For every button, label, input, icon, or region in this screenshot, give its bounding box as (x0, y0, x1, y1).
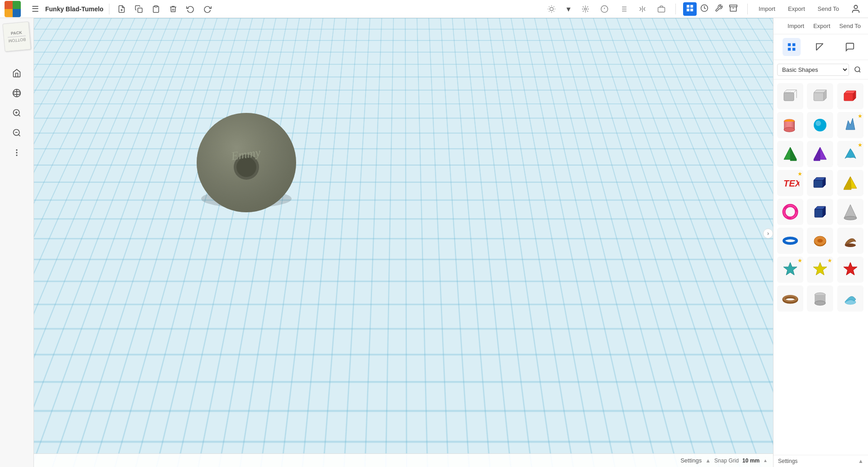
measure-btn[interactable] (598, 3, 611, 15)
settings-expand-btn[interactable]: ▲ (858, 458, 863, 464)
svg-rect-54 (793, 48, 795, 51)
shapes-search-button[interactable] (851, 63, 864, 76)
svg-marker-86 (844, 177, 851, 190)
panel-import-btn[interactable]: Import (784, 21, 808, 31)
svg-point-31 (854, 5, 857, 8)
more-tools-btn[interactable] (9, 145, 25, 161)
paste-button[interactable] (149, 3, 163, 15)
shape-donut-orange[interactable] (807, 228, 833, 254)
mirror-btn[interactable] (636, 3, 649, 15)
svg-rect-29 (730, 5, 737, 7)
shape-teal2[interactable] (837, 285, 863, 312)
panel-export-btn[interactable]: Export (810, 21, 834, 31)
delete-button[interactable] (166, 3, 180, 15)
shape-pyramid-purple[interactable] (807, 141, 833, 167)
svg-marker-92 (844, 205, 857, 218)
panel-send-to-btn[interactable]: Send To (836, 21, 864, 31)
shape-shape-n[interactable]: ★ (837, 112, 863, 138)
svg-rect-89 (815, 209, 823, 217)
app-logo (5, 1, 21, 17)
panel-collapse-button[interactable]: › (763, 229, 773, 238)
svg-rect-26 (687, 9, 689, 11)
svg-point-93 (844, 216, 857, 220)
send-to-btn[interactable]: Send To (814, 4, 843, 14)
svg-rect-3 (155, 5, 157, 7)
panel-angle-view-btn[interactable] (811, 38, 830, 56)
svg-marker-100 (813, 262, 827, 275)
import-btn[interactable]: Import (755, 4, 779, 14)
shape-star-teal[interactable]: ★ (777, 257, 803, 283)
logo-area (5, 1, 21, 17)
shape-pyramid-yellow[interactable] (837, 170, 863, 196)
zoom-in-btn[interactable] (9, 105, 25, 121)
snap-grid-value: 10 mm (742, 458, 760, 464)
group-btn[interactable] (655, 3, 668, 15)
svg-point-74 (784, 127, 795, 132)
shape-cube-red[interactable] (837, 83, 863, 109)
svg-point-55 (855, 67, 860, 72)
shape-text[interactable]: ★ TEXT (777, 170, 803, 196)
separator-3 (747, 4, 748, 14)
shape-box-hole[interactable] (777, 83, 803, 109)
shapes-selector-row: Basic Shapes (774, 60, 868, 79)
align-btn[interactable] (617, 3, 630, 15)
shape-star-red[interactable] (837, 257, 863, 283)
orbit-btn[interactable] (9, 85, 25, 101)
svg-point-107 (845, 300, 856, 304)
snap-btn[interactable] (579, 3, 592, 15)
shape-cube-dark[interactable] (807, 170, 833, 196)
shape-cone-gray[interactable] (837, 199, 863, 225)
separator-1 (109, 4, 109, 14)
grid-view-btn[interactable] (683, 2, 697, 16)
shape-pyramid-green[interactable] (777, 141, 803, 167)
undo-button[interactable] (184, 3, 197, 15)
disc-object[interactable]: Emmy (192, 108, 301, 217)
svg-point-94 (784, 238, 797, 243)
svg-point-42 (16, 149, 17, 150)
shape-shape-teal[interactable]: ★ (837, 141, 863, 167)
svg-rect-57 (784, 93, 794, 101)
shape-sphere[interactable] (807, 112, 833, 138)
shape-torus-pink[interactable] (777, 199, 803, 225)
settings-label: Settings (778, 458, 797, 464)
clock-btn[interactable] (698, 2, 711, 16)
shape-brown[interactable] (837, 228, 863, 254)
canvas-area[interactable]: Emmy Settings ▲ Snap Grid 10 mm ▲ (34, 18, 773, 467)
redo-button[interactable] (201, 3, 214, 15)
home-view-btn[interactable] (9, 65, 25, 81)
shape-cyl-gray[interactable] (807, 285, 833, 312)
svg-line-12 (554, 6, 554, 7)
pack-note[interactable]: PACK BOTTOM (2, 22, 31, 52)
user-btn[interactable] (848, 2, 863, 16)
svg-marker-101 (844, 262, 857, 275)
copy-button[interactable] (132, 3, 146, 15)
shape-star-yellow[interactable]: ★ (807, 257, 833, 283)
tools-btn[interactable] (712, 2, 726, 16)
svg-line-56 (859, 71, 860, 72)
svg-rect-52 (793, 43, 795, 46)
export-btn[interactable]: Export (784, 4, 809, 14)
svg-point-44 (16, 155, 17, 156)
shapes-dropdown[interactable]: Basic Shapes (777, 64, 849, 76)
panel-comment-btn[interactable] (841, 38, 859, 56)
panel-grid-view-btn[interactable] (783, 38, 801, 56)
svg-line-40 (19, 135, 20, 136)
shape-box-dark2[interactable] (807, 199, 833, 225)
light-source-btn[interactable] (545, 3, 558, 15)
settings-btn[interactable]: Settings (680, 457, 702, 464)
svg-line-59 (794, 90, 797, 93)
new-button[interactable] (115, 3, 128, 15)
hamburger-button[interactable]: ☰ (29, 2, 42, 16)
svg-rect-27 (691, 9, 693, 11)
svg-marker-78 (790, 147, 797, 161)
light-source-dropdown[interactable]: ▾ (564, 2, 573, 16)
shape-ring-brown[interactable] (777, 285, 803, 312)
settings-area: Settings ▲ (774, 455, 868, 467)
svg-line-7 (549, 6, 549, 7)
archive-btn[interactable] (726, 2, 740, 16)
shape-cylinder[interactable] (777, 112, 803, 138)
shape-torus-ring[interactable] (777, 228, 803, 254)
zoom-out-btn[interactable] (9, 125, 25, 141)
shape-box-solid[interactable] (807, 83, 833, 109)
right-panel: Import Export Send To (773, 18, 868, 467)
